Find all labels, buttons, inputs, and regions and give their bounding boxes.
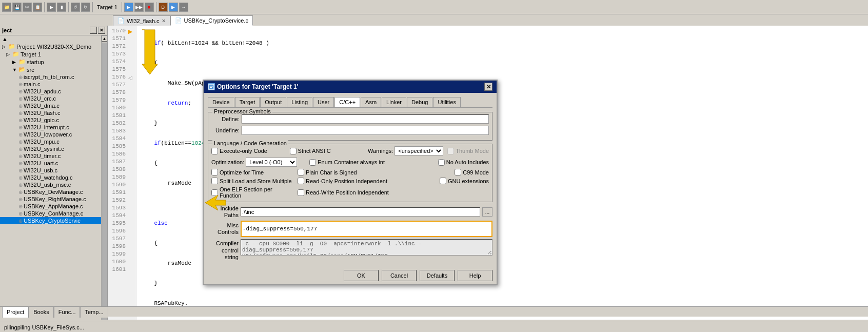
no-auto-checkbox[interactable] [438, 159, 445, 166]
sidebar-file-4[interactable]: ⊕ WI32U_dma.c [0, 102, 101, 109]
dialog-tab-target[interactable]: Target [235, 97, 260, 107]
misc-controls-input[interactable] [241, 221, 492, 237]
tab-close-1[interactable]: ✕ [162, 18, 166, 24]
sidebar-file-5[interactable]: ⊕ WI32U_flash.c [0, 109, 101, 116]
include-paths-input[interactable] [241, 207, 480, 217]
sidebar-target[interactable]: ▷ 📁 Target 1 [0, 50, 101, 58]
bottom-tab-temp[interactable]: Temp... [80, 306, 108, 318]
help-button[interactable]: Help [458, 270, 492, 281]
sidebar-file-9[interactable]: ⊕ WI32U_mpu.c [0, 138, 101, 145]
dialog-tab-cc[interactable]: C/C++ [334, 97, 360, 107]
dialog-tab-utilities[interactable]: Utilities [433, 97, 460, 107]
gnu-checkbox[interactable] [440, 178, 446, 184]
include-browse-button[interactable]: ... [482, 207, 492, 217]
sidebar-file-6[interactable]: ⊕ WI32U_gpio.c [0, 116, 101, 124]
toolbar-icon-2[interactable]: 💾 [12, 3, 22, 12]
dialog-close-button[interactable]: ✕ [484, 83, 492, 91]
sidebar-scrollbar[interactable]: ▲ ▼ [101, 35, 107, 320]
toolbar-icon-1[interactable]: 📁 [2, 3, 11, 12]
file-icon-17: ⊕ [18, 197, 23, 202]
scroll-thumb[interactable] [102, 43, 107, 320]
sidebar-file-2[interactable]: ⊕ WI32U_apdu.c [0, 88, 101, 95]
toolbar-icon-8[interactable]: ↻ [81, 3, 90, 12]
file-label-16: USBKey_DevManage.c [24, 189, 83, 195]
cancel-button[interactable]: Cancel [382, 270, 417, 281]
dialog-tab-debug[interactable]: Debug [407, 97, 432, 107]
sidebar-src[interactable]: ▼ 📂 src [0, 66, 101, 73]
tab-usbkey-crypto[interactable]: 📄 USBKey_CryptoService.c [170, 15, 253, 26]
toolbar-icon-rebuild[interactable]: ▶▶ [134, 3, 144, 12]
execute-only-checkbox[interactable] [211, 148, 218, 154]
sidebar-file-0[interactable]: ⊕ iscrypt_fn_tbl_rom.c [0, 73, 101, 81]
sidebar-file-13[interactable]: ⊕ WI32U_usb.c [0, 167, 101, 174]
dialog-title: Options for Target 'Target 1' [217, 83, 299, 90]
sidebar-file-11[interactable]: ⊕ WI32U_timer.c [0, 152, 101, 160]
split-checkbox[interactable] [211, 178, 218, 184]
undefine-input[interactable] [242, 126, 489, 135]
bottom-tab-func[interactable]: Func... [54, 306, 81, 318]
define-input[interactable] [242, 114, 489, 124]
one-elf-checkbox[interactable] [211, 189, 218, 196]
dialog-tab-asm[interactable]: Asm [361, 97, 381, 107]
sidebar-file-8[interactable]: ⊕ WI32U_lowpower.c [0, 131, 101, 138]
toolbar-icon-run[interactable]: ▶ [169, 3, 178, 12]
toolbar-icon-4[interactable]: 📋 [33, 3, 42, 12]
sidebar-file-7[interactable]: ⊕ WI32U_interrupt.c [0, 124, 101, 131]
sidebar-file-16[interactable]: ⊕ USBKey_DevManage.c [0, 188, 101, 196]
dialog-tab-user[interactable]: User [313, 97, 334, 107]
dialog-tab-listing[interactable]: Listing [287, 97, 312, 107]
sidebar-project-root[interactable]: ▷ 📁 Project: WI32U320-XX_Demo [0, 43, 101, 50]
one-elf-label: One ELF Section per Function [220, 186, 293, 199]
bottom-tab-project[interactable]: Project [2, 306, 29, 318]
tab-wi32-flash[interactable]: 📄 WI32_flash.c ✕ [113, 15, 170, 26]
sidebar-scroll-up[interactable]: ▲ [0, 35, 101, 43]
sidebar-file-3[interactable]: ⊕ WI32U_crc.c [0, 95, 101, 102]
toolbar-icon-debug[interactable]: D [159, 3, 168, 12]
c99-checkbox[interactable] [455, 169, 461, 175]
opt-time-checkbox[interactable] [211, 169, 218, 175]
defaults-button[interactable]: Defaults [420, 270, 455, 281]
sidebar-file-14[interactable]: ⊕ WI32U_watchdog.c [0, 174, 101, 181]
optimization-select[interactable]: Level 0 (-O0) [246, 158, 297, 167]
target-expand: ▷ [6, 52, 11, 57]
toolbar-icon-build[interactable]: ▶ [124, 3, 133, 12]
dialog-tab-output[interactable]: Output [260, 97, 286, 107]
sidebar-file-12[interactable]: ⊕ WI32U_uart.c [0, 160, 101, 167]
ok-button[interactable]: OK [344, 270, 379, 281]
dialog-tab-linker[interactable]: Linker [382, 97, 406, 107]
toolbar-icon-6[interactable]: ▮ [57, 3, 66, 12]
sidebar-file-1[interactable]: ⊕ main.c [0, 81, 101, 88]
sidebar-file-20[interactable]: ⊕ USBKey_CryptoServic [0, 217, 101, 224]
tab-label-1: WI32_flash.c [127, 18, 160, 24]
bottom-tab-books[interactable]: Books [29, 306, 54, 318]
plain-char-checkbox[interactable] [298, 169, 304, 175]
sidebar-file-17[interactable]: ⊕ USBKey_RightManage.c [0, 196, 101, 203]
sidebar-file-19[interactable]: ⊕ USBKey_ConManage.c [0, 210, 101, 217]
sidebar-file-10[interactable]: ⊕ WI32U_sysinit.c [0, 145, 101, 152]
file-icon-10: ⊕ [18, 146, 23, 152]
sidebar-file-15[interactable]: ⊕ WI32U_usb_msc.c [0, 181, 101, 188]
toolbar-icon-5[interactable]: ▶ [47, 3, 56, 12]
sidebar-file-18[interactable]: ⊕ USBKey_AppManage.c [0, 203, 101, 210]
startup-expand: ▶ [12, 60, 17, 65]
file-label-5: WI32U_flash.c [24, 110, 61, 116]
enum-checkbox[interactable] [309, 159, 316, 166]
scroll-up-btn[interactable]: ▲ [102, 35, 108, 42]
dialog-icon [208, 83, 215, 90]
file-label-15: WI32U_usb_msc.c [24, 182, 71, 188]
toolbar-icon-7[interactable]: ↺ [71, 3, 80, 12]
sidebar-close[interactable]: ✕ [98, 27, 105, 34]
toolbar-icon-3[interactable]: ✂ [23, 3, 32, 12]
toolbar-icon-step[interactable]: → [179, 3, 188, 12]
read-only-checkbox[interactable] [298, 178, 304, 184]
file-icon-2: ⊕ [18, 89, 23, 94]
read-write-checkbox[interactable] [298, 189, 304, 196]
thumb-mode-checkbox[interactable] [447, 148, 454, 154]
sidebar-startup[interactable]: ▶ 📁 startup [0, 58, 101, 66]
warnings-select[interactable]: <unspecified> [394, 146, 443, 155]
toolbar-icon-stop[interactable]: ■ [145, 3, 154, 12]
sidebar-minimize[interactable]: _ [90, 27, 97, 34]
dialog-tab-device[interactable]: Device [208, 97, 234, 107]
file-icon-4: ⊕ [18, 103, 23, 109]
strict-ansi-checkbox[interactable] [290, 148, 297, 154]
